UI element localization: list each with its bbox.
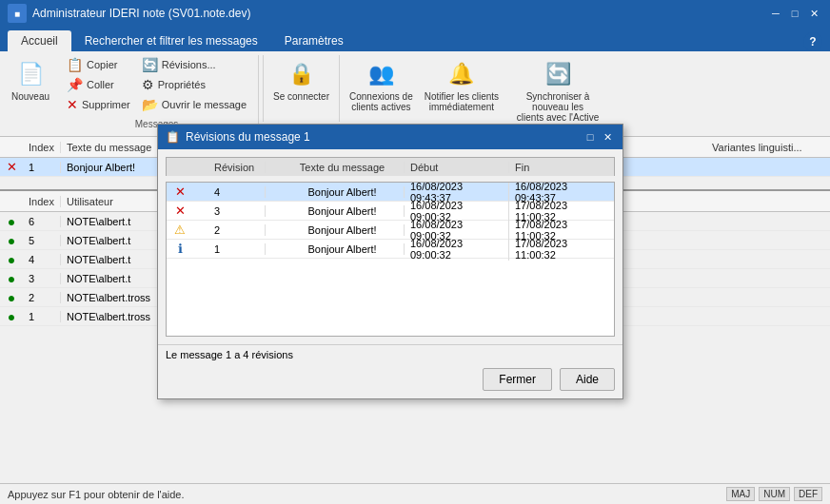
modal-row1-rev: 1 [208,243,266,255]
modal-status-message: Le message 1 a 4 révisions [166,349,293,360]
modal-row2-status: ⚠ [167,223,193,237]
modal-title: Révisions du message 1 [186,130,310,144]
modal-row2-text: Bonjour Albert! [281,224,405,236]
modal-row2-rev: 2 [208,224,266,236]
modal-body: Révision Texte du message Début Fin ✕ 4 … [158,149,622,344]
modal-col-text: Texte du message [281,162,405,173]
modal-row1-debut: 16/08/2023 09:00:32 [405,238,509,261]
modal-col-debut: Début [405,162,509,173]
modal-title-left: 📋 Révisions du message 1 [166,130,310,144]
modal-table-header: Révision Texte du message Début Fin [166,157,615,176]
modal-row3-text: Bonjour Albert! [281,205,405,217]
modal-row-1[interactable]: ℹ 1 Bonjour Albert! 16/08/2023 09:00:32 … [167,240,614,259]
modal-status-bar: Le message 1 a 4 révisions [158,344,622,364]
modal-col-rev: Révision [208,162,266,173]
modal-row1-status: ℹ [167,242,193,256]
modal-title-bar: 📋 Révisions du message 1 □ ✕ [158,125,622,149]
modal-restore-button[interactable]: □ [583,129,598,145]
modal-overlay: 📋 Révisions du message 1 □ ✕ Révision Te… [0,0,830,504]
modal-title-icon: 📋 [166,130,180,144]
modal-row3-status: ✕ [167,204,193,218]
modal-row3-rev: 3 [208,205,266,217]
modal-close-button[interactable]: ✕ [600,129,615,145]
modal-footer: Fermer Aide [158,364,622,398]
modal-row1-fin: 17/08/2023 11:00:32 [509,238,614,261]
modal-row4-rev: 4 [208,186,266,198]
aide-button[interactable]: Aide [560,368,615,391]
modal-controls: □ ✕ [583,129,615,145]
modal-row1-text: Bonjour Albert! [281,243,405,255]
modal-row4-text: Bonjour Albert! [281,186,405,198]
modal-table: ✕ 4 Bonjour Albert! 16/08/2023 09:43:37 … [166,182,615,337]
fermer-button[interactable]: Fermer [483,368,552,391]
revisions-modal: 📋 Révisions du message 1 □ ✕ Révision Te… [157,124,623,399]
modal-row4-status: ✕ [167,184,193,199]
modal-col-fin: Fin [509,162,614,173]
